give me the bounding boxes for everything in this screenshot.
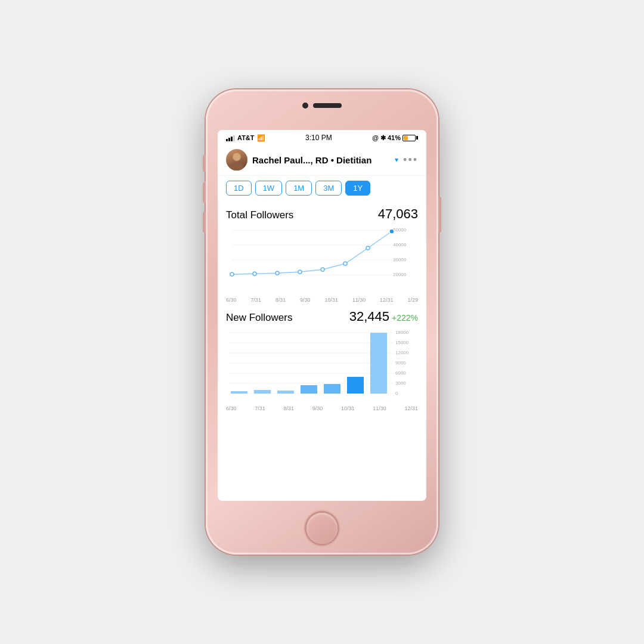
status-time: 3:10 PM (305, 134, 332, 142)
status-left: AT&T 📶 (226, 134, 265, 142)
at-icon: @ (372, 134, 379, 141)
svg-point-17 (366, 246, 370, 250)
svg-point-1 (230, 162, 243, 171)
signal-bar-2 (228, 138, 230, 141)
bar-x-label-6: 11/30 (373, 405, 386, 411)
power-button[interactable] (438, 197, 441, 233)
svg-text:12000: 12000 (395, 350, 409, 355)
bar-x-label-4: 9/30 (312, 405, 323, 411)
bar-630 (231, 391, 247, 394)
battery-pct: 41% (388, 134, 401, 141)
filter-1d[interactable]: 1D (226, 181, 252, 196)
volume-down-button[interactable] (203, 212, 206, 233)
filter-1w[interactable]: 1W (255, 181, 283, 196)
svg-text:30000: 30000 (393, 257, 407, 262)
battery-fill (404, 136, 408, 140)
profile-name: Rachel Paul..., RD • Dietitian (252, 155, 393, 165)
total-followers-header: Total Followers 47,063 (226, 206, 418, 222)
avatar-image (226, 149, 247, 171)
svg-text:18000: 18000 (395, 330, 409, 335)
bar-1130 (347, 377, 364, 394)
content-area: Total Followers 47,063 50000 40000 30000… (218, 200, 426, 494)
signal-bar-3 (231, 137, 233, 141)
volume-up-button[interactable] (203, 182, 206, 203)
total-followers-title: Total Followers (226, 209, 293, 221)
svg-text:3000: 3000 (395, 380, 406, 386)
more-options-button[interactable]: ••• (403, 154, 418, 166)
total-followers-chart: 50000 40000 30000 20000 (226, 224, 418, 303)
bar-x-label-5: 10/31 (341, 405, 355, 411)
total-followers-value: 47,063 (378, 206, 418, 222)
bar-x-label-3: 8/31 (283, 405, 294, 411)
bar-831 (277, 391, 294, 394)
time-filter-bar: 1D 1W 1M 3M 1Y (218, 176, 426, 200)
bar-x-label-1: 6/30 (226, 405, 237, 411)
home-button[interactable] (306, 513, 338, 544)
chevron-down-icon: ▾ (395, 156, 398, 164)
svg-text:20000: 20000 (393, 272, 407, 277)
bar-1231 (370, 333, 387, 394)
svg-point-2 (233, 153, 240, 160)
filter-1y[interactable]: 1Y (345, 181, 370, 196)
profile-header[interactable]: Rachel Paul..., RD • Dietitian ▾ ••• (218, 144, 426, 176)
svg-point-12 (253, 272, 256, 275)
signal-bars (226, 134, 235, 141)
svg-point-15 (321, 268, 324, 271)
carrier-label: AT&T (237, 134, 255, 141)
x-label-3: 8/31 (275, 297, 286, 303)
svg-text:15000: 15000 (395, 340, 409, 345)
svg-text:50000: 50000 (393, 227, 407, 233)
phone-top-notch (302, 103, 342, 109)
bar-930 (301, 385, 317, 394)
bar-731 (254, 390, 271, 394)
x-label-5: 10/31 (324, 297, 338, 303)
battery-icon (402, 135, 418, 141)
phone-frame: AT&T 📶 3:10 PM @ ✱ 41% (206, 89, 438, 555)
svg-point-13 (275, 271, 279, 275)
new-followers-title: New Followers (226, 312, 292, 324)
new-followers-header: New Followers 32,445 +222% (226, 309, 418, 324)
signal-bar-4 (233, 135, 235, 141)
new-followers-chart: 18000 15000 12000 9000 6000 3000 0 (226, 327, 418, 411)
avatar (226, 149, 247, 171)
filter-3m[interactable]: 3M (315, 181, 342, 196)
x-label-2: 7/31 (250, 297, 261, 303)
bar-1031 (324, 384, 340, 394)
x-label-4: 9/30 (300, 297, 311, 303)
bar-chart-svg: 18000 15000 12000 9000 6000 3000 0 (226, 327, 423, 404)
svg-point-18 (389, 229, 394, 234)
svg-point-14 (298, 270, 302, 274)
filter-1m[interactable]: 1M (286, 181, 312, 196)
mute-button[interactable] (203, 155, 206, 172)
new-followers-value: 32,445 (349, 309, 389, 324)
x-label-6: 11/30 (352, 297, 366, 303)
signal-bar-1 (226, 139, 228, 141)
svg-text:6000: 6000 (395, 370, 406, 376)
x-label-8: 1/29 (407, 297, 418, 303)
svg-text:40000: 40000 (393, 242, 407, 247)
svg-point-16 (343, 262, 347, 265)
bar-x-label-7: 12/31 (404, 405, 418, 411)
speaker (313, 103, 342, 108)
new-followers-change: +222% (392, 313, 418, 323)
svg-text:0: 0 (395, 391, 398, 396)
front-camera (302, 103, 308, 109)
x-label-7: 12/31 (380, 297, 394, 303)
battery-cap (416, 136, 418, 140)
status-right: @ ✱ 41% (372, 134, 418, 142)
bluetooth-icon: ✱ (380, 134, 386, 142)
svg-text:9000: 9000 (395, 360, 406, 366)
phone-screen: AT&T 📶 3:10 PM @ ✱ 41% (218, 130, 426, 501)
status-bar: AT&T 📶 3:10 PM @ ✱ 41% (218, 130, 426, 144)
line-chart-x-labels: 6/30 7/31 8/31 9/30 10/31 11/30 12/31 1/… (226, 297, 418, 303)
svg-point-11 (230, 273, 234, 276)
battery-body (402, 135, 416, 141)
bar-x-label-2: 7/31 (255, 405, 265, 411)
line-chart-svg: 50000 40000 30000 20000 (226, 224, 423, 296)
bar-chart-x-labels: 6/30 7/31 8/31 9/30 10/31 11/30 12/31 (226, 405, 418, 411)
wifi-icon: 📶 (257, 134, 265, 142)
x-label-1: 6/30 (226, 297, 237, 303)
